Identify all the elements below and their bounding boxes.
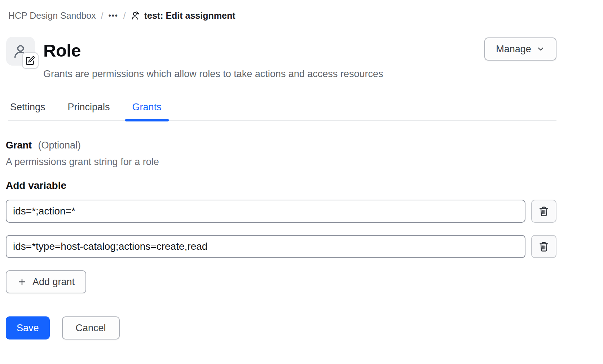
trash-icon (538, 206, 549, 217)
chevron-down-icon (536, 45, 545, 53)
breadcrumb-separator: / (101, 10, 104, 21)
tab-principals[interactable]: Principals (66, 101, 112, 120)
role-avatar-wrap (6, 37, 35, 66)
page-title: Role (43, 37, 484, 64)
save-button[interactable]: Save (6, 316, 50, 339)
grant-description: A permissions grant string for a role (6, 156, 556, 168)
manage-button[interactable]: Manage (484, 37, 556, 61)
grant-input-1[interactable] (6, 200, 525, 223)
trash-icon (538, 241, 549, 252)
role-edit-page: HCP Design Sandbox / ••• / test: Edit as… (0, 0, 603, 364)
edit-pencil-icon (26, 56, 35, 65)
form-actions: Save Cancel (6, 316, 556, 339)
grant-row (6, 235, 556, 258)
add-grant-button-label: Add grant (32, 276, 75, 288)
grant-label: Grant (6, 140, 32, 151)
plus-icon (17, 277, 27, 287)
grants-section: Grant (Optional) A permissions grant str… (6, 139, 556, 293)
title-block: Role Grants are permissions which allow … (43, 37, 484, 80)
delete-grant-button-2[interactable] (531, 235, 556, 258)
grant-optional-hint: (Optional) (38, 140, 81, 151)
page-header: Role Grants are permissions which allow … (6, 37, 556, 80)
breadcrumb-item-current[interactable]: test: Edit assignment (131, 10, 236, 21)
add-grant-button[interactable]: Add grant (6, 270, 86, 293)
tab-settings[interactable]: Settings (8, 101, 48, 120)
grant-row (6, 200, 556, 223)
breadcrumb: HCP Design Sandbox / ••• / test: Edit as… (8, 0, 556, 21)
tab-grants[interactable]: Grants (130, 101, 164, 120)
breadcrumb-item-org[interactable]: HCP Design Sandbox (8, 10, 96, 21)
manage-button-label: Manage (496, 44, 531, 55)
page-subtitle: Grants are permissions which allow roles… (43, 68, 484, 80)
breadcrumb-current-label: test: Edit assignment (144, 10, 236, 21)
tab-bar: Settings Principals Grants (8, 101, 556, 121)
edit-avatar-button[interactable] (22, 52, 39, 69)
delete-grant-button-1[interactable] (531, 200, 556, 223)
role-user-icon (131, 11, 141, 21)
breadcrumb-collapsed-menu[interactable]: ••• (109, 10, 118, 21)
add-variable-label: Add variable (6, 179, 556, 192)
grant-input-2[interactable] (6, 235, 525, 258)
cancel-button[interactable]: Cancel (62, 316, 120, 339)
grant-label-row: Grant (Optional) (6, 139, 556, 151)
breadcrumb-separator: / (123, 10, 126, 21)
